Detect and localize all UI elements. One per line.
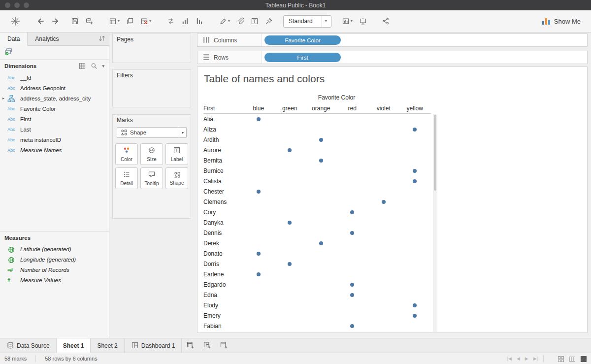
tab-sheet-2[interactable]: Sheet 2 [91, 338, 124, 353]
find-field-icon[interactable] [90, 62, 98, 70]
shape-mark[interactable] [288, 221, 292, 225]
share-button[interactable] [379, 15, 392, 27]
fit-selector[interactable]: Standard▾ [283, 15, 331, 28]
shape-mark[interactable] [413, 128, 417, 132]
clear-sheet-button[interactable]: ▾ [138, 15, 154, 27]
scrollbar-thumb[interactable] [434, 115, 436, 191]
shape-mark[interactable] [350, 210, 354, 214]
show-mark-labels-button[interactable] [248, 15, 261, 27]
filters-shelf[interactable]: Filters [112, 69, 191, 107]
duplicate-button[interactable] [124, 15, 136, 27]
new-dashboard-button[interactable] [198, 338, 215, 353]
dropdown-caret-icon[interactable]: ▾ [179, 128, 186, 137]
shape-mark[interactable] [350, 293, 354, 297]
tooltip-button[interactable]: Tooltip [140, 167, 163, 189]
shape-mark[interactable] [257, 252, 261, 256]
shape-button[interactable]: Shape [165, 167, 188, 189]
shape-mark[interactable] [257, 117, 261, 121]
sort-ascending-button[interactable] [179, 15, 192, 27]
redo-button[interactable] [49, 15, 62, 27]
shape-mark[interactable] [382, 200, 386, 204]
new-story-button[interactable] [215, 338, 232, 353]
measure-latitude-generated[interactable]: Latitude (generated) [0, 244, 109, 254]
shape-mark[interactable] [319, 241, 323, 245]
mark-type-selector[interactable]: Shape ▾ [117, 127, 187, 138]
fix-axes-button[interactable] [263, 15, 275, 27]
measure-measure-values[interactable]: #Measure Values [0, 275, 109, 285]
new-worksheet-tab-button[interactable] [182, 338, 198, 353]
dimension-last[interactable]: AbcLast [0, 124, 109, 134]
shape-mark[interactable] [288, 262, 292, 266]
tab-data-source[interactable]: Data Source [0, 338, 57, 353]
dimension-meta-instanceid[interactable]: Abcmeta instanceID [0, 134, 109, 145]
close-button[interactable] [5, 2, 10, 8]
status-right-controls: |◀ ◀ ▶ ▶| [507, 355, 587, 362]
skip-first-icon[interactable]: |◀ [507, 356, 512, 361]
save-button[interactable] [68, 15, 81, 27]
undo-button[interactable] [34, 15, 47, 27]
sort-descending-button[interactable] [193, 15, 206, 27]
sheet-sorter-icon[interactable] [557, 355, 564, 362]
minimize-button[interactable] [14, 2, 20, 8]
shape-mark[interactable] [319, 159, 323, 163]
show-me-button[interactable]: Show Me [539, 15, 583, 27]
shape-mark[interactable] [257, 190, 261, 194]
shape-mark[interactable] [319, 138, 323, 142]
filmstrip-icon[interactable] [568, 355, 575, 362]
shape-mark[interactable] [413, 314, 417, 318]
sheet-title[interactable]: Table of names and colors [204, 73, 325, 85]
dimension-favorite-color[interactable]: AbcFavorite Color [0, 103, 109, 114]
tab-dashboard-1[interactable]: Dashboard 1 [125, 338, 182, 353]
tableau-logo[interactable] [8, 14, 23, 28]
pages-shelf[interactable]: Pages [112, 33, 191, 63]
fields-menu-caret-icon[interactable]: ▾ [102, 64, 104, 68]
show-hide-cards-button[interactable]: ▾ [339, 15, 355, 27]
presentation-mode-button[interactable] [357, 15, 369, 27]
view-data-icon[interactable] [78, 62, 86, 70]
shape-mark[interactable] [413, 303, 417, 307]
label-button[interactable]: Label [165, 143, 188, 165]
viz-canvas[interactable]: Table of names and colors Favorite Color… [197, 66, 588, 333]
measure-number-of-records[interactable]: =#Number of Records [0, 265, 109, 275]
measure-longitude-generated[interactable]: Longitude (generated) [0, 254, 109, 265]
shape-mark[interactable] [350, 283, 354, 287]
shape-mark[interactable] [288, 148, 292, 152]
shape-mark[interactable] [350, 324, 354, 328]
tab-sheet-1[interactable]: Sheet 1 [57, 338, 91, 353]
dimension-address-geopoint[interactable]: AbcAddress Geopoint [0, 83, 109, 93]
columns-pill-favorite-color[interactable]: Favorite Color [264, 35, 341, 45]
vertical-scrollbar[interactable] [433, 114, 437, 331]
size-button[interactable]: Size [140, 143, 163, 165]
skip-last-icon[interactable]: ▶| [533, 356, 539, 361]
dimension-id[interactable]: Abc__Id [0, 72, 109, 83]
dimension-address-state-address-city[interactable]: ▸address_state, address_city [0, 93, 109, 103]
tab-data[interactable]: Data [0, 33, 28, 46]
data-source-row[interactable] [0, 46, 109, 60]
table-row: Emery [203, 310, 431, 321]
clear-sheet-icon [140, 17, 148, 25]
shape-mark[interactable] [257, 272, 261, 276]
zoom-button[interactable] [24, 2, 29, 8]
dimension-first[interactable]: AbcFirst [0, 114, 109, 124]
show-tabs-icon[interactable] [580, 355, 587, 362]
dimension-measure-names[interactable]: AbcMeasure Names [0, 145, 109, 155]
next-icon[interactable]: ▶ [525, 356, 529, 361]
detail-button[interactable]: Detail [115, 167, 138, 189]
add-data-button[interactable] [83, 15, 96, 27]
group-members-button[interactable] [234, 15, 247, 27]
rows-shelf[interactable]: Rows First [197, 51, 588, 64]
shape-mark[interactable] [413, 179, 417, 183]
previous-icon[interactable]: ◀ [517, 356, 521, 361]
shape-mark[interactable] [350, 231, 354, 235]
swap-axes-button[interactable] [164, 15, 177, 27]
cell-donato-blue [243, 252, 274, 256]
swap-panes-icon[interactable] [98, 34, 105, 44]
rows-pill-first[interactable]: First [264, 53, 341, 62]
highlight-button[interactable]: ▾ [217, 15, 232, 27]
columns-shelf[interactable]: Columns Favorite Color [197, 33, 588, 47]
color-button[interactable]: Color [115, 143, 138, 165]
new-worksheet-button[interactable]: ▾ [106, 15, 122, 27]
tab-analytics[interactable]: Analytics [28, 33, 109, 45]
expand-arrow-icon[interactable]: ▸ [2, 96, 7, 100]
shape-mark[interactable] [413, 169, 417, 173]
